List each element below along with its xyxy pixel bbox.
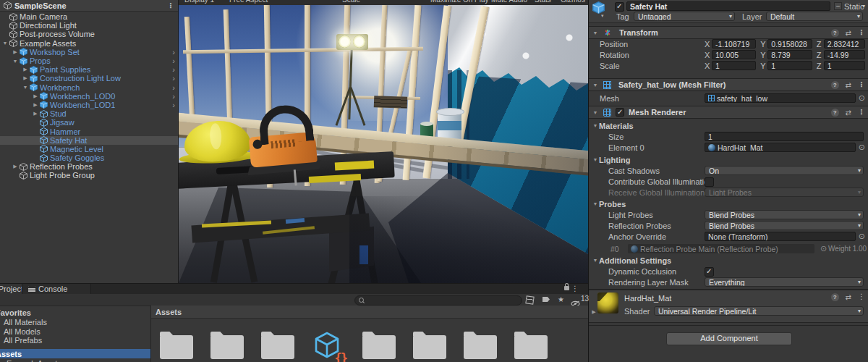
materials-foldout[interactable]: Materials <box>599 122 634 130</box>
foldout-arrow-icon[interactable] <box>32 93 39 99</box>
hierarchy-item[interactable]: Example Assets <box>0 39 178 48</box>
prefab-open-chevron-icon[interactable] <box>172 66 175 73</box>
game-toolbar-item[interactable]: Scale <box>342 0 360 5</box>
package-asset-item[interactable]: {} <box>312 329 345 362</box>
tag-dropdown[interactable]: Untagged <box>634 12 735 21</box>
foldout-arrow-icon[interactable] <box>592 110 599 115</box>
foldout-arrow-icon[interactable] <box>1 41 9 46</box>
object-picker-icon[interactable] <box>859 93 865 103</box>
reflection-probes-dropdown[interactable]: Blend Probes <box>705 221 864 230</box>
foldout-arrow-icon[interactable] <box>592 123 599 128</box>
component-menu-icon[interactable] <box>858 29 865 36</box>
hierarchy-item[interactable]: Magnetic Level <box>0 145 178 153</box>
lighting-foldout[interactable]: Lighting <box>599 156 630 164</box>
material-menu-icon[interactable] <box>858 293 865 300</box>
hierarchy-item[interactable]: Light Probe Group <box>0 171 178 180</box>
prefab-open-chevron-icon[interactable] <box>172 57 175 64</box>
material-foldout-arrow-icon[interactable] <box>590 309 597 315</box>
static-label[interactable]: Static <box>844 2 864 11</box>
asset-item[interactable] <box>362 329 396 362</box>
preset-icon[interactable] <box>846 293 851 301</box>
asset-item[interactable] <box>160 329 193 362</box>
mesh-object-field[interactable]: safety_hat_low <box>705 93 856 103</box>
mesh-renderer-component-header[interactable]: Mesh Renderer <box>589 106 868 119</box>
search-input[interactable] <box>354 295 522 306</box>
hierarchy-item[interactable]: Workbench_LOD0 <box>0 92 178 101</box>
object-name-field[interactable]: Safety Hat <box>626 1 830 11</box>
asset-item[interactable] <box>464 329 497 362</box>
shader-dropdown[interactable]: Universal Render Pipeline/Lit <box>654 306 864 316</box>
add-component-button[interactable]: Add Component <box>666 332 792 345</box>
icon-dropdown-arrow[interactable]: ▾ <box>601 13 604 19</box>
object-picker-icon[interactable] <box>859 232 865 241</box>
preset-icon[interactable] <box>846 109 851 117</box>
prefab-open-chevron-icon[interactable] <box>172 49 175 56</box>
assets-child-item[interactable]: ExampleAssets <box>7 358 61 362</box>
game-toolbar-item[interactable]: Display 1 <box>184 0 214 5</box>
foldout-arrow-icon[interactable] <box>12 164 19 169</box>
rotation-y-field[interactable]: 8.739 <box>767 50 812 59</box>
tab-console[interactable]: Console <box>22 284 91 294</box>
material-preview-thumbnail[interactable] <box>597 292 618 313</box>
help-icon[interactable] <box>831 81 839 89</box>
prefab-open-chevron-icon[interactable] <box>172 75 175 82</box>
hierarchy-item[interactable]: Reflection Probes <box>0 162 178 171</box>
foldout-arrow-icon[interactable] <box>592 83 599 88</box>
hierarchy-item[interactable]: Post-process Volume <box>0 30 178 38</box>
foldout-arrow-icon[interactable] <box>592 30 599 35</box>
hierarchy-item[interactable]: Hammer <box>0 127 178 135</box>
help-icon[interactable] <box>831 109 839 117</box>
additional-settings-foldout[interactable]: Additional Settings <box>599 256 671 265</box>
preset-icon[interactable] <box>846 29 851 37</box>
game-toolbar-item[interactable]: Mute Audio <box>491 0 527 5</box>
anchor-override-field[interactable]: None (Transform) <box>705 232 856 241</box>
object-picker-icon[interactable] <box>859 143 865 152</box>
game-toolbar-item[interactable]: Maximize On Play <box>430 0 489 5</box>
component-menu-icon[interactable] <box>858 81 865 88</box>
transform-component-header[interactable]: Transform <box>589 26 868 39</box>
rendering-layer-dropdown[interactable]: Everything <box>705 277 864 287</box>
favorites-item[interactable]: All Materials <box>4 317 47 327</box>
rotation-z-field[interactable]: -14.99 <box>824 50 865 59</box>
assets-breadcrumb[interactable]: Assets <box>151 306 588 319</box>
foldout-arrow-icon[interactable] <box>32 111 39 117</box>
game-toolbar-item[interactable]: Free Aspect <box>229 0 268 5</box>
scene-context-menu-icon[interactable] <box>163 2 178 9</box>
asset-item[interactable] <box>261 329 294 362</box>
static-mixed-icon[interactable]: – <box>834 2 842 10</box>
foldout-arrow-icon[interactable] <box>592 157 599 162</box>
materials-size-field[interactable]: 1 <box>705 132 864 141</box>
foldout-arrow-icon[interactable] <box>592 258 599 263</box>
hierarchy-item[interactable]: Workbench_LOD1 <box>0 101 178 109</box>
help-icon[interactable] <box>831 29 839 37</box>
foldout-arrow-icon[interactable] <box>22 67 29 72</box>
contribute-gi-checkbox[interactable] <box>705 177 714 187</box>
hierarchy-item[interactable]: Directional Light <box>0 21 178 30</box>
scene-header-row[interactable]: SampleScene <box>0 0 178 12</box>
asset-item[interactable] <box>413 329 446 362</box>
hierarchy-item[interactable]: Workbench <box>0 83 178 92</box>
foldout-arrow-icon[interactable] <box>12 59 19 64</box>
search-by-type-icon[interactable] <box>525 295 534 304</box>
hierarchy-item[interactable]: Main Camera <box>0 12 178 21</box>
hierarchy-item[interactable]: Paint Supplies <box>0 65 178 74</box>
asset-item[interactable] <box>210 329 244 362</box>
prefab-open-chevron-icon[interactable] <box>172 93 175 100</box>
rotation-x-field[interactable]: 10.005 <box>712 50 756 59</box>
foldout-arrow-icon[interactable] <box>12 49 19 55</box>
hierarchy-item[interactable]: Workshop Set <box>0 48 178 56</box>
preset-icon[interactable] <box>846 81 851 89</box>
assets-root-item[interactable]: Assets <box>0 349 150 358</box>
panel-menu-icon[interactable] <box>568 285 582 292</box>
hierarchy-item[interactable]: Construction Light Low <box>0 74 178 83</box>
foldout-arrow-icon[interactable] <box>592 201 599 206</box>
saved-search-star-icon[interactable]: ★ <box>558 296 564 303</box>
hierarchy-item[interactable]: Safety Goggles <box>0 153 178 162</box>
layer-dropdown[interactable]: Default <box>766 12 863 21</box>
foldout-arrow-icon[interactable] <box>32 102 39 108</box>
search-by-label-icon[interactable] <box>542 297 550 302</box>
hierarchy-item[interactable]: Safety Hat <box>0 136 178 145</box>
favorites-header[interactable]: Favorites <box>0 308 31 317</box>
favorites-item[interactable]: All Prefabs <box>4 335 42 345</box>
scale-y-field[interactable]: 1 <box>767 61 812 70</box>
